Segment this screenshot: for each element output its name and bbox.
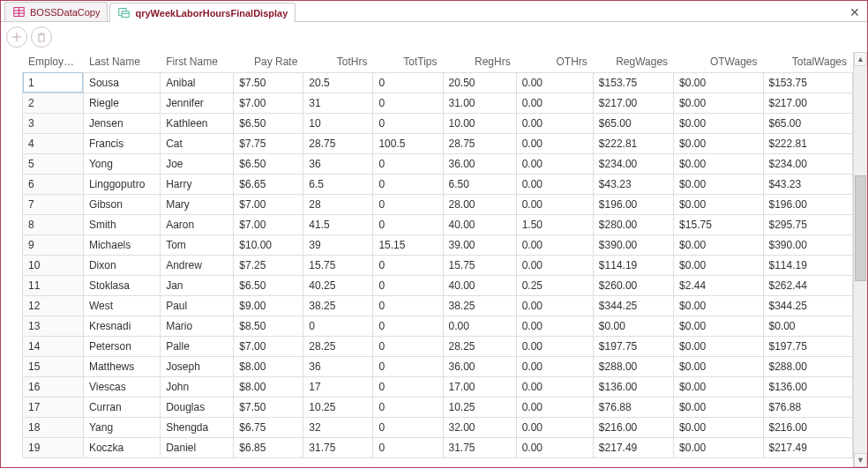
cell-regw[interactable]: $217.00 <box>593 93 673 113</box>
cell-first[interactable]: Shengda <box>161 417 234 437</box>
cell-regw[interactable]: $114.19 <box>593 255 673 275</box>
cell-otw[interactable]: $0.00 <box>674 113 763 133</box>
cell-rate[interactable]: $10.00 <box>234 234 303 255</box>
cell-id[interactable]: 1 <box>23 72 84 93</box>
cell-id[interactable]: 15 <box>23 356 84 376</box>
table-row[interactable]: 19KoczkaDaniel$6.8531.75031.750.00$217.4… <box>23 437 853 457</box>
cell-tottips[interactable]: 0 <box>373 417 443 437</box>
cell-totw[interactable]: $43.23 <box>763 174 853 194</box>
col-otwages[interactable]: OTWages <box>674 52 763 72</box>
cell-otw[interactable]: $0.00 <box>674 417 763 437</box>
cell-othrs[interactable]: 0.00 <box>516 174 593 194</box>
cell-reghrs[interactable]: 39.00 <box>443 234 516 255</box>
cell-otw[interactable]: $0.00 <box>674 93 763 113</box>
cell-reghrs[interactable]: 40.00 <box>443 214 516 234</box>
cell-rate[interactable]: $6.85 <box>234 437 303 457</box>
cell-id[interactable]: 9 <box>23 234 84 255</box>
table-row[interactable]: 4FrancisCat$7.7528.75100.528.750.00$222.… <box>23 133 853 153</box>
cell-reghrs[interactable]: 20.50 <box>443 72 516 93</box>
cell-otw[interactable]: $2.44 <box>674 275 763 295</box>
cell-tothrs[interactable]: 0 <box>303 316 373 336</box>
cell-id[interactable]: 17 <box>23 397 84 417</box>
cell-regw[interactable]: $288.00 <box>593 356 673 376</box>
col-totalwages[interactable]: TotalWages <box>763 52 853 72</box>
cell-last[interactable]: West <box>83 295 160 316</box>
cell-last[interactable]: Smith <box>83 214 160 234</box>
cell-rate[interactable]: $7.25 <box>234 255 303 275</box>
cell-tottips[interactable]: 0 <box>373 153 443 174</box>
cell-totw[interactable]: $390.00 <box>763 234 853 255</box>
cell-tottips[interactable]: 0 <box>373 356 443 376</box>
cell-regw[interactable]: $344.25 <box>593 295 673 316</box>
cell-totw[interactable]: $114.19 <box>763 255 853 275</box>
cell-id[interactable]: 4 <box>23 133 84 153</box>
cell-totw[interactable]: $262.44 <box>763 275 853 295</box>
cell-totw[interactable]: $222.81 <box>763 133 853 153</box>
cell-first[interactable]: Jennifer <box>161 93 234 113</box>
cell-regw[interactable]: $197.75 <box>593 336 673 356</box>
cell-rate[interactable]: $7.00 <box>234 194 303 214</box>
cell-otw[interactable]: $0.00 <box>674 336 763 356</box>
cell-totw[interactable]: $0.00 <box>763 316 853 336</box>
cell-regw[interactable]: $153.75 <box>593 72 673 93</box>
cell-tottips[interactable]: 0 <box>373 316 443 336</box>
cell-tottips[interactable]: 0 <box>373 437 443 457</box>
cell-last[interactable]: Yang <box>83 417 160 437</box>
cell-regw[interactable]: $234.00 <box>593 153 673 174</box>
cell-reghrs[interactable]: 6.50 <box>443 174 516 194</box>
cell-othrs[interactable]: 0.00 <box>516 93 593 113</box>
cell-id[interactable]: 19 <box>23 437 84 457</box>
cell-otw[interactable]: $0.00 <box>674 255 763 275</box>
cell-totw[interactable]: $288.00 <box>763 356 853 376</box>
cell-tothrs[interactable]: 6.5 <box>303 174 373 194</box>
cell-id[interactable]: 11 <box>23 275 84 295</box>
cell-id[interactable]: 13 <box>23 316 84 336</box>
cell-otw[interactable]: $0.00 <box>674 72 763 93</box>
cell-first[interactable]: Palle <box>161 336 234 356</box>
cell-first[interactable]: John <box>161 376 234 397</box>
cell-last[interactable]: Sousa <box>83 72 160 93</box>
cell-first[interactable]: Mary <box>161 194 234 214</box>
cell-tottips[interactable]: 15.15 <box>373 234 443 255</box>
cell-regw[interactable]: $222.81 <box>593 133 673 153</box>
cell-othrs[interactable]: 0.00 <box>516 376 593 397</box>
cell-id[interactable]: 14 <box>23 336 84 356</box>
table-row[interactable]: 1SousaAnibal$7.5020.5020.500.00$153.75$0… <box>23 72 853 93</box>
cell-tottips[interactable]: 0 <box>373 174 443 194</box>
cell-last[interactable]: Matthews <box>83 356 160 376</box>
cell-reghrs[interactable]: 28.75 <box>443 133 516 153</box>
cell-rate[interactable]: $7.50 <box>234 72 303 93</box>
cell-otw[interactable]: $0.00 <box>674 234 763 255</box>
cell-rate[interactable]: $8.00 <box>234 376 303 397</box>
cell-id[interactable]: 8 <box>23 214 84 234</box>
cell-totw[interactable]: $234.00 <box>763 153 853 174</box>
cell-otw[interactable]: $0.00 <box>674 356 763 376</box>
cell-rate[interactable]: $7.00 <box>234 93 303 113</box>
cell-totw[interactable]: $65.00 <box>763 113 853 133</box>
cell-rate[interactable]: $8.50 <box>234 316 303 336</box>
cell-id[interactable]: 12 <box>23 295 84 316</box>
cell-othrs[interactable]: 0.00 <box>516 113 593 133</box>
cell-totw[interactable]: $153.75 <box>763 72 853 93</box>
table-row[interactable]: 2RiegleJennifer$7.0031031.000.00$217.00$… <box>23 93 853 113</box>
cell-reghrs[interactable]: 28.25 <box>443 336 516 356</box>
cell-first[interactable]: Joe <box>161 153 234 174</box>
cell-otw[interactable]: $0.00 <box>674 295 763 316</box>
cell-othrs[interactable]: 0.00 <box>516 153 593 174</box>
col-othrs[interactable]: OTHrs <box>516 52 593 72</box>
data-grid[interactable]: Employee ID Last Name First Name Pay Rat… <box>22 52 853 467</box>
cell-othrs[interactable]: 0.00 <box>516 72 593 93</box>
cell-tothrs[interactable]: 28.75 <box>303 133 373 153</box>
cell-regw[interactable]: $136.00 <box>593 376 673 397</box>
cell-othrs[interactable]: 0.00 <box>516 437 593 457</box>
cell-totw[interactable]: $197.75 <box>763 336 853 356</box>
cell-tothrs[interactable]: 10.25 <box>303 397 373 417</box>
table-row[interactable]: 13KresnadiMario$8.50000.000.00$0.00$0.00… <box>23 316 853 336</box>
cell-otw[interactable]: $15.75 <box>674 214 763 234</box>
cell-othrs[interactable]: 0.00 <box>516 336 593 356</box>
cell-otw[interactable]: $0.00 <box>674 376 763 397</box>
cell-reghrs[interactable]: 15.75 <box>443 255 516 275</box>
scroll-up-button[interactable]: ▲ <box>854 52 867 66</box>
cell-last[interactable]: Jensen <box>83 113 160 133</box>
cell-first[interactable]: Mario <box>161 316 234 336</box>
